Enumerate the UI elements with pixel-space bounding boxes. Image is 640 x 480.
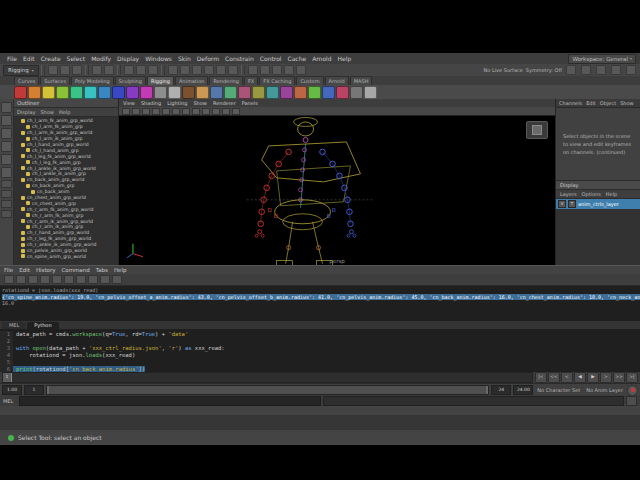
outliner-item[interactable]: cn_spine_anim_grp_world (14, 253, 118, 259)
grease-pencil-icon[interactable] (162, 108, 170, 115)
channel-box-menu-object[interactable]: Object (600, 100, 616, 106)
shelf-tool-icon[interactable] (294, 86, 307, 99)
command-language-toggle[interactable]: MEL (3, 398, 17, 404)
modeling-toolkit-icon[interactable] (566, 65, 576, 75)
single-pane-layout-button[interactable] (1, 180, 12, 188)
code-line[interactable]: 3with open(data_path + 'xxx_ctrl_radius.… (0, 345, 640, 352)
layer-menu-layers[interactable]: Layers (560, 191, 577, 197)
snap-to-projected-center-icon[interactable] (204, 65, 214, 75)
script-editor-menu-edit[interactable]: Edit (19, 267, 30, 273)
shelf-tab-surfaces[interactable]: Surfaces (40, 76, 70, 85)
scale-tool[interactable] (1, 167, 12, 178)
ipr-render-icon[interactable] (284, 65, 294, 75)
render-current-frame-icon[interactable] (272, 65, 282, 75)
shelf-tool-icon[interactable] (336, 86, 349, 99)
menu-cache[interactable]: Cache (284, 55, 309, 62)
shelf-tool-icon[interactable] (154, 86, 167, 99)
command-input[interactable] (19, 396, 321, 406)
shelf-tab-custom[interactable]: Custom (296, 76, 323, 85)
four-pane-layout-button[interactable] (1, 190, 12, 198)
shelf-tool-icon[interactable] (266, 86, 279, 99)
open-scene-icon[interactable] (60, 65, 70, 75)
script-tab-mel[interactable]: MEL (2, 322, 26, 329)
auto-keyframe-toggle-icon[interactable] (627, 385, 638, 396)
2d-pan-zoom-icon[interactable] (152, 108, 160, 115)
script-editor-menu-tabs[interactable]: Tabs (96, 267, 108, 273)
echo-all-commands-icon[interactable] (16, 275, 26, 284)
field-chart-icon[interactable] (212, 108, 220, 115)
shelf-tool-icon[interactable] (42, 86, 55, 99)
viewport-menu-renderer[interactable]: Renderer (213, 100, 236, 106)
command-completion-icon[interactable] (52, 275, 62, 284)
menu-display[interactable]: Display (114, 55, 142, 62)
outliner-menu-show[interactable]: Show (40, 109, 54, 115)
menu-constrain[interactable]: Constrain (222, 55, 257, 62)
snap-to-grid-icon[interactable] (168, 65, 178, 75)
show-stack-trace-icon[interactable] (28, 275, 38, 284)
shelf-tool-icon[interactable] (224, 86, 237, 99)
shelf-tool-icon[interactable] (84, 86, 97, 99)
save-scene-icon[interactable] (72, 65, 82, 75)
snap-to-curve-icon[interactable] (180, 65, 190, 75)
anim-layer-selector[interactable]: No Anim Layer (584, 387, 625, 393)
menu-skin[interactable]: Skin (175, 55, 194, 62)
redo-icon[interactable] (104, 65, 114, 75)
bookmark-icon[interactable] (132, 108, 140, 115)
shelf-tool-icon[interactable] (350, 86, 363, 99)
select-tool[interactable] (1, 102, 12, 113)
shelf-tab-fx-caching[interactable]: FX Caching (259, 76, 295, 85)
save-script-icon[interactable] (112, 275, 122, 284)
paint-select-tool[interactable] (1, 128, 12, 139)
menu-file[interactable]: File (4, 55, 20, 62)
script-editor-icon[interactable] (626, 396, 637, 406)
snap-to-point-icon[interactable] (192, 65, 202, 75)
shelf-tab-fx[interactable]: FX (244, 76, 258, 85)
step-forward-frame-button[interactable]: >> (613, 372, 625, 383)
shelf-tool-icon[interactable] (252, 86, 265, 99)
select-by-hierarchy-icon[interactable] (124, 65, 134, 75)
shelf-tool-icon[interactable] (196, 86, 209, 99)
tool-settings-icon[interactable] (611, 65, 621, 75)
viewport-canvas[interactable]: persp (119, 116, 555, 265)
channel-box-menu-show[interactable]: Show (620, 100, 634, 106)
time-slider[interactable]: 1 (2, 372, 533, 383)
playback-start-field[interactable]: 1 (24, 385, 44, 395)
layer-toggle-v[interactable]: V (558, 200, 566, 208)
outliner-menu-display[interactable]: Display (17, 109, 35, 115)
code-line[interactable]: 2 (0, 338, 640, 345)
menu-edit[interactable]: Edit (20, 55, 38, 62)
menu-help[interactable]: Help (335, 55, 355, 62)
script-editor-menu-history[interactable]: History (36, 267, 56, 273)
new-scene-icon[interactable] (48, 65, 58, 75)
menu-deform[interactable]: Deform (194, 55, 222, 62)
show-tooltip-help-icon[interactable] (76, 275, 86, 284)
shelf-tool-icon[interactable] (112, 86, 125, 99)
execute-line-icon[interactable] (100, 275, 110, 284)
shelf-tab-rendering[interactable]: Rendering (209, 76, 243, 85)
rotate-tool[interactable] (1, 154, 12, 165)
select-by-component-icon[interactable] (148, 65, 158, 75)
layer-menu-options[interactable]: Options (582, 191, 601, 197)
safe-action-icon[interactable] (222, 108, 230, 115)
animation-end-field[interactable]: 24.00 (513, 385, 533, 395)
shelf-tool-icon[interactable] (70, 86, 83, 99)
shelf-tab-poly-modeling[interactable]: Poly Modeling (71, 76, 114, 85)
playhead[interactable]: 1 (3, 373, 12, 382)
move-tool[interactable] (1, 141, 12, 152)
menu-arnold[interactable]: Arnold (309, 55, 334, 62)
step-forward-key-button[interactable]: > (600, 372, 612, 383)
shelf-tool-icon[interactable] (238, 86, 251, 99)
outliner-menu-help[interactable]: Help (59, 109, 70, 115)
make-live-icon[interactable] (228, 65, 238, 75)
viewport-menu-view[interactable]: View (123, 100, 135, 106)
channel-box-menu-edit[interactable]: Edit (586, 100, 596, 106)
go-to-end-button[interactable]: >| (626, 372, 638, 383)
shelf-tab-animation[interactable]: Animation (175, 76, 209, 85)
image-plane-icon[interactable] (142, 108, 150, 115)
hypershade-icon[interactable] (581, 65, 591, 75)
menu-windows[interactable]: Windows (142, 55, 175, 62)
layer-row[interactable]: VTanim_ctrls_layer (556, 199, 640, 209)
attribute-editor-icon[interactable] (596, 65, 606, 75)
safe-title-icon[interactable] (232, 108, 240, 115)
shelf-tab-curves[interactable]: Curves (14, 76, 39, 85)
